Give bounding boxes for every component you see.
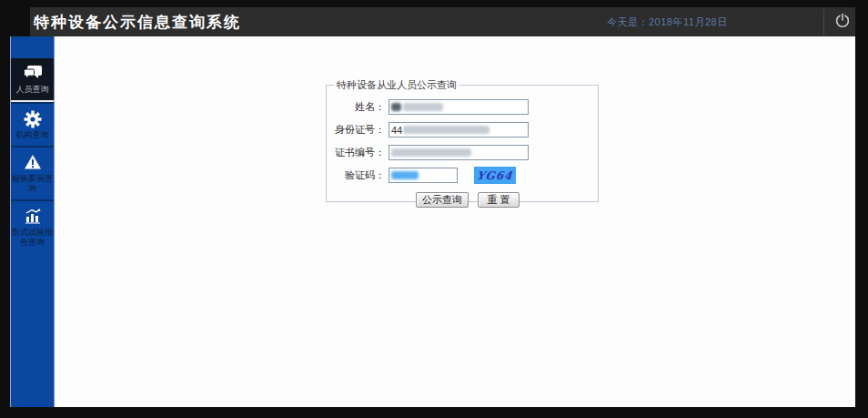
warning-triangle-icon (12, 154, 53, 172)
bar-chart-icon (12, 208, 53, 226)
sidebar-item-inspection-case-query[interactable]: 检验案例查询 (11, 146, 54, 199)
sidebar-item-personnel-query[interactable]: 人员查询 (11, 58, 54, 102)
certificate-number-row: 证书编号： (334, 145, 590, 160)
app-window: 特种设备公示信息查询系统 今天是： 2018年11月28日 (0, 0, 868, 418)
captcha-input[interactable] (389, 168, 458, 183)
id-number-input[interactable]: 44 (389, 122, 529, 138)
fieldset-legend: 特种设备从业人员公示查询 (334, 78, 459, 92)
sidebar-item-label: 机构查询 (12, 130, 53, 140)
id-number-visible-prefix: 44 (391, 125, 402, 136)
redacted-text (403, 103, 443, 111)
redacted-text (391, 148, 471, 157)
redacted-text (391, 171, 419, 179)
captcha-image[interactable]: YG64 (474, 167, 516, 184)
sidebar-item-label: 人员查询 (12, 85, 53, 95)
sidebar-item-label: 型式试验报告查询 (12, 228, 53, 248)
power-button[interactable] (829, 7, 855, 37)
redacted-text (391, 103, 401, 111)
form-buttons: 公示查询 重 置 (416, 192, 590, 208)
name-label: 姓名： (334, 100, 385, 114)
captcha-code: YG64 (476, 169, 513, 182)
sidebar-top-spacer (11, 36, 54, 58)
header-bar: 特种设备公示信息查询系统 今天是： 2018年11月28日 (30, 7, 855, 37)
header-divider (823, 9, 824, 36)
chat-bubbles-icon (12, 65, 53, 83)
date-label: 今天是： (607, 15, 649, 29)
date-value: 2018年11月28日 (649, 15, 728, 29)
certificate-number-label: 证书编号： (334, 146, 385, 159)
power-icon (834, 13, 851, 33)
gear-icon (12, 110, 53, 128)
main-content: 特种设备从业人员公示查询 姓名： 身份证号： 44 证书编号： (55, 36, 855, 407)
name-input[interactable] (389, 99, 529, 115)
page-title: 特种设备公示信息查询系统 (34, 7, 241, 37)
header-date: 今天是： 2018年11月28日 (607, 7, 728, 37)
redacted-text (403, 126, 490, 134)
name-row: 姓名： (334, 99, 590, 115)
sidebar-item-agency-query[interactable]: 机构查询 (11, 102, 54, 146)
captcha-label: 验证码： (334, 168, 385, 182)
person-query-fieldset: 特种设备从业人员公示查询 姓名： 身份证号： 44 证书编号： (326, 78, 599, 202)
reset-button[interactable]: 重 置 (478, 192, 520, 208)
sidebar: 人员查询 (10, 36, 55, 407)
sidebar-item-label: 检验案例查询 (12, 174, 53, 194)
public-query-button[interactable]: 公示查询 (416, 192, 469, 208)
captcha-row: 验证码： YG64 (334, 168, 590, 183)
certificate-number-input[interactable] (389, 145, 529, 160)
id-number-row: 身份证号： 44 (334, 122, 590, 138)
id-number-label: 身份证号： (334, 123, 385, 137)
sidebar-item-type-test-report-query[interactable]: 型式试验报告查询 (11, 199, 54, 253)
